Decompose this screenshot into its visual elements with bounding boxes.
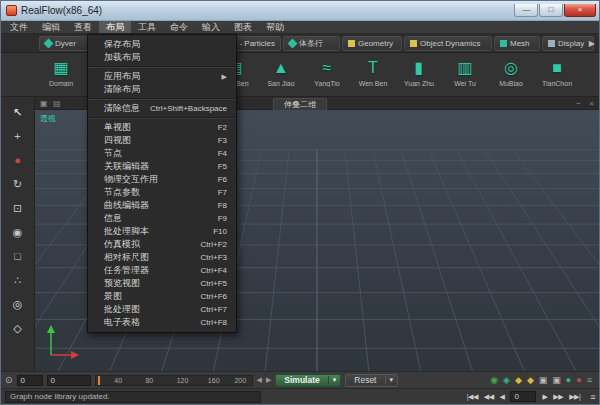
shelf-item-triangle[interactable]: ▲ San Jiao [259,56,303,87]
menu-item-relative-ruler-view[interactable]: 相对标尺图 Ctrl+F3 [88,251,236,264]
menu-tools[interactable]: 工具 [131,21,163,33]
prev-frame-button[interactable]: ◀ [500,393,505,401]
menu-graphs[interactable]: 图表 [227,21,259,33]
menu-view[interactable]: 查看 [67,21,99,33]
menu-item-batch-script[interactable]: 批处理脚本 F10 [88,225,236,238]
minimize-panel-icon[interactable]: − [576,99,581,108]
menu-item-load-layout[interactable]: 加载布局 [88,51,236,64]
menu-item-quad-view[interactable]: 四视图 F3 [88,134,236,147]
menu-help[interactable]: 帮助 [259,21,291,33]
tab-geometry[interactable]: Geometry [342,36,402,51]
menu-item-movie-player[interactable]: 景图 Ctrl+F6 [88,290,236,303]
menu-item-save-layout[interactable]: 保存布局 [88,38,236,51]
layout-menu-popup: 保存布局 加载布局 应用布局 ▶ 清除布局 清除信息 Ctrl+Shift+Ba… [87,34,237,333]
menu-item-clear-layout[interactable]: 清除布局 [88,83,236,96]
titlebar[interactable]: RealFlow(x86_64) — □ × [1,1,599,21]
axis-gizmo-icon [41,321,83,363]
record-alt-icon[interactable]: ● [576,376,581,385]
cube-icon[interactable]: □ [14,251,21,262]
simulate-dropdown-icon[interactable]: ▾ [328,376,341,384]
status-message: Graph node library updated. [5,391,261,403]
move-icon[interactable]: + [14,131,20,142]
menu-item-physics-interactions[interactable]: 物理交互作用 F6 [88,173,236,186]
play-button[interactable]: ▶ [542,393,547,401]
maximize-button[interactable]: □ [539,4,563,17]
step-back-button[interactable]: ◀ [257,376,262,384]
status-menu-icon[interactable]: ≡ [590,392,595,402]
menu-item-shortcut: Ctrl+F3 [201,253,227,262]
single-layout-icon[interactable]: ▣ [40,99,48,108]
menu-item-nodes[interactable]: 节点 F4 [88,147,236,160]
close-button[interactable]: × [564,4,596,17]
menu-separator [89,66,235,68]
simulate-label: Simulate [276,375,327,385]
menu-item-shortcut: Ctrl+F7 [201,305,227,314]
shelf-label: Wei Tu [443,80,487,87]
menu-item-curve-editor[interactable]: 曲线编辑器 F8 [88,199,236,212]
menu-item-messages[interactable]: 信息 F9 [88,212,236,225]
menu-item-single-view[interactable]: 单视图 F2 [88,121,236,134]
menu-item-apply-layout[interactable]: 应用布局 ▶ [88,70,236,83]
menu-item-simulation-flow[interactable]: 仿真模拟 Ctrl+F2 [88,238,236,251]
menu-commands[interactable]: 命令 [163,21,195,33]
wire-cube-icon[interactable]: ◇ [13,323,21,334]
null-target-icon[interactable]: ◎ [13,299,23,310]
scale-icon[interactable]: ⊡ [13,203,22,214]
key-add-icon[interactable]: ◆ [527,376,534,385]
step-forward-button[interactable]: ▶ [266,376,271,384]
transport-frame-input[interactable]: 0 [510,391,536,402]
menu-item-relationship-editor[interactable]: 关联编辑器 F5 [88,160,236,173]
menu-item-spreadsheet[interactable]: 电子表格 Ctrl+F8 [88,316,236,329]
lock-open-icon[interactable]: ▣ [552,376,561,385]
shelf-item-bitmap[interactable]: ▥ Wei Tu [443,56,487,87]
shelf-item-spline[interactable]: ≈ YangTio [305,56,349,87]
shelf-item-fill[interactable]: ■ TianChon [535,56,579,87]
menu-item-preview-view[interactable]: 预览视图 Ctrl+F5 [88,277,236,290]
tab-mesh[interactable]: Mesh [494,36,540,51]
frame-range-input[interactable]: 0 [47,375,91,386]
tab-object-dynamics[interactable]: Object Dynamics [404,36,492,51]
menu-item-clear-messages[interactable]: 清除信息 Ctrl+Shift+Backspace [88,102,236,115]
sphere-icon[interactable]: ● [14,155,21,166]
playhead[interactable] [98,376,100,385]
reset-button[interactable]: Reset ▾ [345,374,398,387]
current-frame-input[interactable]: 0 [17,375,43,386]
viewport-panel-tab[interactable]: 伸叠二维 [273,98,327,110]
ring-icon[interactable]: ◉ [13,227,23,238]
go-end-button[interactable]: ▶▶| [569,393,580,401]
shelf-item-cylinder[interactable]: ▮ Yuan Zhu [397,56,441,87]
reset-dropdown-icon[interactable]: ▾ [385,376,398,384]
menu-item-label: 物理交互作用 [104,173,158,186]
menu-export[interactable]: 输入 [195,21,227,33]
close-panel-icon[interactable]: × [589,99,594,108]
menu-item-job-manager[interactable]: 任务管理器 Ctrl+F4 [88,264,236,277]
link-icon[interactable]: ◈ [503,376,510,385]
menu-item-batch-graph[interactable]: 批处理图 Ctrl+F7 [88,303,236,316]
select-arrow-icon[interactable]: ↖ [13,107,22,118]
options-icon[interactable]: ≡ [587,376,592,385]
points-icon[interactable]: ∴ [14,275,21,286]
go-start-button[interactable]: |◀◀ [467,393,478,401]
shelf-item-text[interactable]: T Wen Ben [351,56,395,87]
tab-display[interactable]: Display [542,36,594,51]
minimize-button[interactable]: — [514,4,538,17]
timeline-ruler[interactable]: 40 80 120 160 200 [95,375,253,386]
lock-icon[interactable]: ▣ [539,376,548,385]
hub-icon[interactable]: ◉ [490,376,498,385]
fast-back-button[interactable]: ◀◀ [484,393,494,401]
rotate-icon[interactable]: ↻ [13,179,22,190]
menu-edit[interactable]: 编辑 [35,21,67,33]
menu-layout[interactable]: 布局 [99,21,131,33]
menu-file[interactable]: 文件 [3,21,35,33]
fast-forward-button[interactable]: ▶▶ [553,393,563,401]
tab-fluid-row[interactable]: 体条行 [283,36,340,51]
menu-item-node-params[interactable]: 节点参数 F7 [88,186,236,199]
simulate-button[interactable]: Simulate ▾ [275,374,341,387]
shelf-item-domain[interactable]: ▦ Domain [39,56,83,87]
shelf-item-target[interactable]: ◎ MuBiao [489,56,533,87]
mesh-icon [500,40,507,47]
quad-layout-icon[interactable]: ▤ [53,99,61,108]
tab-overflow-arrow[interactable]: ▶ [589,39,595,48]
record-icon[interactable]: ● [566,376,571,385]
key-icon[interactable]: ◆ [515,376,522,385]
